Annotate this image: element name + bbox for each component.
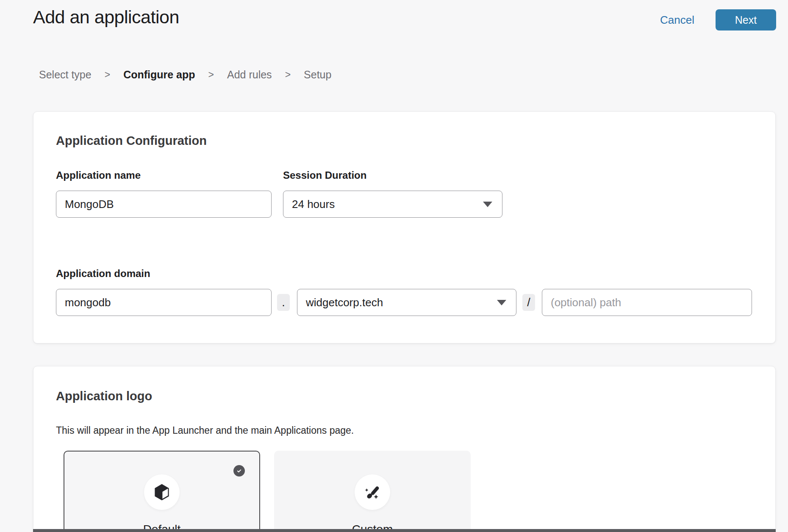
paintbrush-icon: [363, 483, 381, 501]
application-name-label: Application name: [56, 169, 141, 181]
application-configuration-card: Application Configuration Application na…: [33, 111, 776, 344]
cancel-button[interactable]: Cancel: [660, 14, 694, 27]
dot-separator: .: [277, 294, 290, 311]
step-select-type[interactable]: Select type: [39, 69, 92, 81]
subdomain-input[interactable]: [56, 289, 272, 316]
session-duration-value: 24 hours: [292, 198, 335, 211]
bottom-edge-bar: [33, 529, 776, 532]
chevron-down-icon: [483, 202, 492, 207]
breadcrumb-separator: >: [105, 69, 110, 80]
logo-options: Default Custom: [64, 451, 471, 532]
breadcrumb-separator: >: [208, 69, 214, 80]
domain-select-value: widgetcorp.tech: [306, 296, 383, 309]
custom-logo-circle: [355, 474, 390, 510]
step-configure-app[interactable]: Configure app: [123, 69, 195, 81]
checkmark-icon: [233, 465, 245, 477]
domain-select[interactable]: widgetcorp.tech: [297, 289, 516, 316]
section-title-application-configuration: Application Configuration: [56, 134, 207, 148]
session-duration-label: Session Duration: [283, 169, 366, 181]
default-logo-circle: [144, 474, 180, 510]
add-application-page: Add an application Cancel Next Select ty…: [0, 0, 788, 532]
next-button[interactable]: Next: [716, 9, 776, 30]
cube-icon: [153, 483, 171, 501]
application-domain-row: . widgetcorp.tech /: [56, 289, 752, 316]
application-logo-card: Application logo This will appear in the…: [33, 366, 776, 532]
header-actions: Cancel Next: [660, 9, 776, 30]
logo-option-custom[interactable]: Custom: [274, 451, 471, 532]
logo-option-default[interactable]: Default: [64, 451, 260, 532]
application-domain-label: Application domain: [56, 268, 150, 280]
breadcrumb: Select type > Configure app > Add rules …: [39, 69, 331, 81]
logo-description: This will appear in the App Launcher and…: [56, 425, 354, 436]
chevron-down-icon: [497, 300, 506, 305]
page-title: Add an application: [33, 7, 179, 28]
breadcrumb-separator: >: [285, 69, 291, 80]
slash-separator: /: [522, 294, 535, 311]
step-setup[interactable]: Setup: [304, 69, 331, 81]
session-duration-select[interactable]: 24 hours: [283, 191, 502, 218]
path-input[interactable]: [542, 289, 752, 316]
application-name-input[interactable]: [56, 191, 272, 218]
step-add-rules[interactable]: Add rules: [227, 69, 272, 81]
section-title-application-logo: Application logo: [56, 389, 152, 403]
